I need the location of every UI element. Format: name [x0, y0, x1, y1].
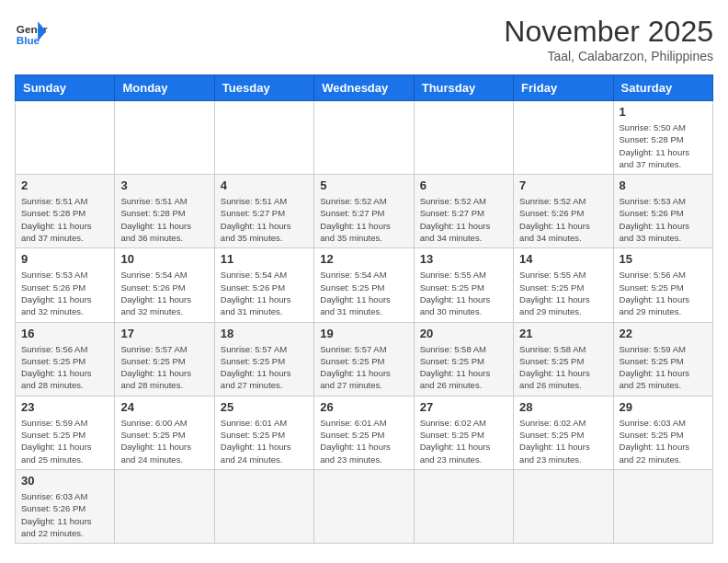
day-info: Sunrise: 6:01 AM Sunset: 5:25 PM Dayligh…	[221, 417, 308, 465]
title-section: November 2025 Taal, Calabarzon, Philippi…	[504, 15, 713, 63]
day-info: Sunrise: 5:57 AM Sunset: 5:25 PM Dayligh…	[221, 343, 308, 392]
day-number: 30	[21, 474, 108, 488]
calendar-cell: 24Sunrise: 6:00 AM Sunset: 5:25 PM Dayli…	[115, 396, 214, 469]
calendar-cell: 3Sunrise: 5:51 AM Sunset: 5:28 PM Daylig…	[115, 175, 214, 248]
calendar-week-row: 30Sunrise: 6:03 AM Sunset: 5:26 PM Dayli…	[16, 469, 713, 543]
calendar-cell: 16Sunrise: 5:56 AM Sunset: 5:25 PM Dayli…	[16, 322, 115, 396]
day-info: Sunrise: 6:02 AM Sunset: 5:25 PM Dayligh…	[519, 417, 607, 465]
calendar-cell: 15Sunrise: 5:56 AM Sunset: 5:25 PM Dayli…	[613, 248, 712, 322]
day-number: 23	[21, 400, 108, 414]
day-number: 12	[320, 252, 407, 266]
calendar-cell	[613, 469, 712, 543]
calendar-cell: 20Sunrise: 5:58 AM Sunset: 5:25 PM Dayli…	[414, 322, 513, 396]
calendar-cell: 1Sunrise: 5:50 AM Sunset: 5:28 PM Daylig…	[613, 101, 712, 175]
day-info: Sunrise: 5:50 AM Sunset: 5:28 PM Dayligh…	[620, 121, 707, 170]
calendar-week-row: 2Sunrise: 5:51 AM Sunset: 5:28 PM Daylig…	[16, 175, 713, 248]
calendar-cell	[115, 469, 214, 543]
day-number: 20	[420, 327, 507, 340]
calendar-cell	[115, 101, 214, 175]
calendar-cell: 7Sunrise: 5:52 AM Sunset: 5:26 PM Daylig…	[514, 175, 613, 248]
calendar-cell	[414, 101, 513, 175]
calendar-cell: 28Sunrise: 6:02 AM Sunset: 5:25 PM Dayli…	[514, 396, 613, 469]
day-info: Sunrise: 5:52 AM Sunset: 5:27 PM Dayligh…	[420, 195, 507, 244]
calendar-cell: 22Sunrise: 5:59 AM Sunset: 5:25 PM Dayli…	[613, 322, 712, 396]
day-info: Sunrise: 6:00 AM Sunset: 5:25 PM Dayligh…	[120, 417, 208, 465]
day-number: 19	[320, 327, 407, 340]
day-info: Sunrise: 5:51 AM Sunset: 5:28 PM Dayligh…	[21, 195, 108, 244]
day-number: 17	[120, 327, 208, 340]
day-info: Sunrise: 5:53 AM Sunset: 5:26 PM Dayligh…	[620, 195, 707, 244]
day-info: Sunrise: 6:03 AM Sunset: 5:26 PM Dayligh…	[21, 490, 108, 539]
calendar-cell: 17Sunrise: 5:57 AM Sunset: 5:25 PM Dayli…	[115, 322, 214, 396]
calendar-cell	[214, 101, 313, 175]
calendar-cell: 18Sunrise: 5:57 AM Sunset: 5:25 PM Dayli…	[214, 322, 313, 396]
day-number: 3	[120, 178, 208, 192]
day-number: 27	[420, 400, 507, 414]
day-info: Sunrise: 5:51 AM Sunset: 5:27 PM Dayligh…	[221, 195, 308, 244]
day-number: 15	[620, 252, 707, 266]
calendar-cell: 5Sunrise: 5:52 AM Sunset: 5:27 PM Daylig…	[314, 175, 414, 248]
calendar-cell	[514, 101, 613, 175]
day-info: Sunrise: 5:55 AM Sunset: 5:25 PM Dayligh…	[519, 269, 607, 317]
day-info: Sunrise: 5:54 AM Sunset: 5:26 PM Dayligh…	[221, 269, 308, 317]
day-of-week-header: Wednesday	[314, 75, 414, 101]
calendar-cell: 2Sunrise: 5:51 AM Sunset: 5:28 PM Daylig…	[16, 175, 115, 248]
day-number: 10	[120, 252, 208, 266]
day-number: 18	[221, 327, 308, 340]
day-number: 26	[320, 400, 407, 414]
day-number: 7	[519, 178, 607, 192]
calendar-cell: 12Sunrise: 5:54 AM Sunset: 5:25 PM Dayli…	[314, 248, 414, 322]
day-of-week-header: Friday	[514, 75, 613, 101]
day-info: Sunrise: 5:58 AM Sunset: 5:25 PM Dayligh…	[519, 343, 607, 392]
day-info: Sunrise: 5:53 AM Sunset: 5:26 PM Dayligh…	[21, 269, 108, 317]
calendar-cell: 19Sunrise: 5:57 AM Sunset: 5:25 PM Dayli…	[314, 322, 414, 396]
day-number: 21	[519, 327, 607, 340]
calendar-cell: 11Sunrise: 5:54 AM Sunset: 5:26 PM Dayli…	[214, 248, 313, 322]
day-number: 2	[21, 178, 108, 192]
calendar-table: SundayMondayTuesdayWednesdayThursdayFrid…	[15, 75, 713, 544]
day-info: Sunrise: 6:01 AM Sunset: 5:25 PM Dayligh…	[320, 417, 407, 465]
calendar-cell: 6Sunrise: 5:52 AM Sunset: 5:27 PM Daylig…	[414, 175, 513, 248]
calendar-cell: 10Sunrise: 5:54 AM Sunset: 5:26 PM Dayli…	[115, 248, 214, 322]
calendar-cell: 25Sunrise: 6:01 AM Sunset: 5:25 PM Dayli…	[214, 396, 313, 469]
calendar-week-row: 23Sunrise: 5:59 AM Sunset: 5:25 PM Dayli…	[16, 396, 713, 469]
svg-text:Blue: Blue	[17, 34, 40, 46]
logo-icon: General Blue	[15, 15, 48, 48]
logo: General Blue	[15, 15, 48, 48]
day-info: Sunrise: 5:56 AM Sunset: 5:25 PM Dayligh…	[620, 269, 707, 317]
day-number: 24	[120, 400, 208, 414]
calendar-cell	[414, 469, 513, 543]
calendar-cell: 23Sunrise: 5:59 AM Sunset: 5:25 PM Dayli…	[16, 396, 115, 469]
day-of-week-header: Sunday	[16, 75, 115, 101]
day-info: Sunrise: 5:57 AM Sunset: 5:25 PM Dayligh…	[320, 343, 407, 392]
calendar-cell: 21Sunrise: 5:58 AM Sunset: 5:25 PM Dayli…	[514, 322, 613, 396]
calendar-cell	[314, 469, 414, 543]
day-info: Sunrise: 5:59 AM Sunset: 5:25 PM Dayligh…	[21, 417, 108, 465]
calendar-cell	[314, 101, 414, 175]
day-number: 9	[21, 252, 108, 266]
calendar-cell	[16, 101, 115, 175]
calendar-week-row: 9Sunrise: 5:53 AM Sunset: 5:26 PM Daylig…	[16, 248, 713, 322]
calendar-cell	[514, 469, 613, 543]
day-number: 13	[420, 252, 507, 266]
calendar-cell: 4Sunrise: 5:51 AM Sunset: 5:27 PM Daylig…	[214, 175, 313, 248]
calendar-week-row: 1Sunrise: 5:50 AM Sunset: 5:28 PM Daylig…	[16, 101, 713, 175]
day-info: Sunrise: 5:57 AM Sunset: 5:25 PM Dayligh…	[120, 343, 208, 392]
day-number: 11	[221, 252, 308, 266]
day-number: 14	[519, 252, 607, 266]
day-number: 5	[320, 178, 407, 192]
day-info: Sunrise: 5:59 AM Sunset: 5:25 PM Dayligh…	[620, 343, 707, 392]
day-number: 8	[620, 178, 707, 192]
calendar-cell: 27Sunrise: 6:02 AM Sunset: 5:25 PM Dayli…	[414, 396, 513, 469]
day-number: 4	[221, 178, 308, 192]
calendar-cell: 14Sunrise: 5:55 AM Sunset: 5:25 PM Dayli…	[514, 248, 613, 322]
day-number: 28	[519, 400, 607, 414]
day-info: Sunrise: 5:54 AM Sunset: 5:25 PM Dayligh…	[320, 269, 407, 317]
day-of-week-header: Monday	[115, 75, 214, 101]
day-of-week-header: Tuesday	[214, 75, 313, 101]
month-title: November 2025	[504, 15, 713, 49]
calendar-cell: 13Sunrise: 5:55 AM Sunset: 5:25 PM Dayli…	[414, 248, 513, 322]
page-header: General Blue November 2025 Taal, Calabar…	[15, 15, 713, 63]
calendar-cell: 9Sunrise: 5:53 AM Sunset: 5:26 PM Daylig…	[16, 248, 115, 322]
day-number: 6	[420, 178, 507, 192]
